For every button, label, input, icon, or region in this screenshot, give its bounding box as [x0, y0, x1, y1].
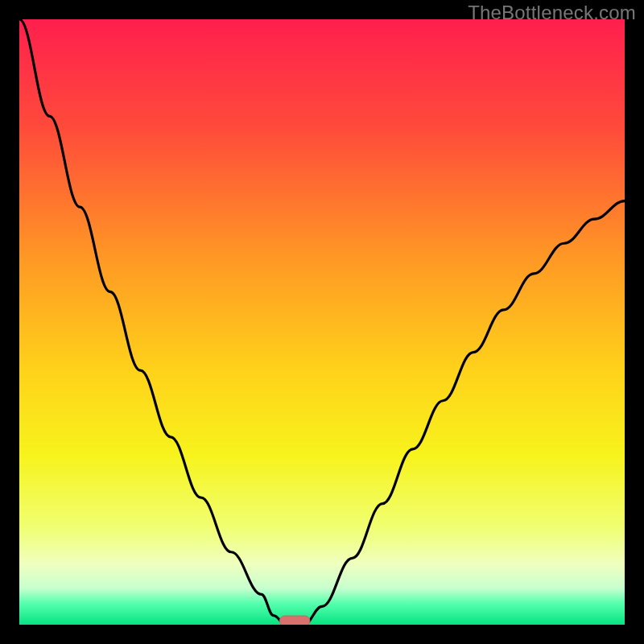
chart-svg: [19, 19, 625, 625]
chart-frame: TheBottleneck.com: [0, 0, 644, 644]
chart-plot-area: [19, 19, 625, 625]
chart-background: [19, 19, 625, 625]
watermark-text: TheBottleneck.com: [468, 2, 636, 24]
optimal-marker: [279, 616, 310, 625]
